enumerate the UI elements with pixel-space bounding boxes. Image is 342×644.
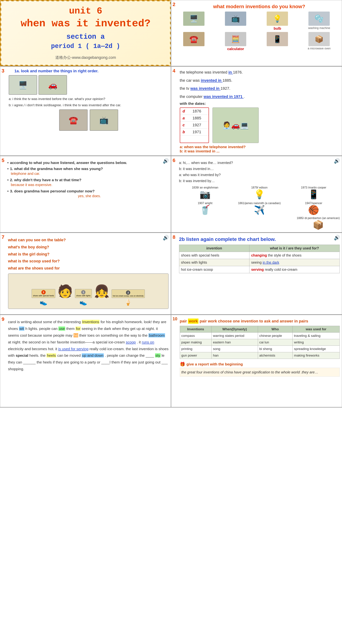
cell6-dia-3: a: who was it invented by? [179,172,340,178]
shoe-lights-icon: 👟 [80,299,87,306]
c9-t12: can be moved [57,353,82,358]
cell7-q3: what is the girl doing? [8,251,168,258]
c9-t3: h lights. people can [25,326,58,330]
scene-item-2: shoes with lights [76,294,90,297]
year-1927: 1927 [190,122,208,128]
paper-inv: paper making [180,339,212,346]
work-label: work [188,318,198,324]
num-2: 2 [126,290,130,295]
chart-row-2: shoes with lights seeing in the dark [179,259,340,266]
inventor-7-content: 1885/ dr.pemberton (an american) 📦 [297,216,340,230]
cell7-q2: what's the boy doing? [8,244,168,251]
inv-row-gunpower: gun power han alchemists making firework… [180,352,340,359]
c9-sty: sty [155,353,160,358]
chart-header: invention what is it / are they used for… [179,245,340,252]
cell-9: 9 carol is writing about some of the int… [0,315,171,407]
report-section: 🎁 give a report with the beginning the g… [180,362,340,377]
cell4-dia-a: a: when was the telephone invented? [180,145,340,149]
inv-smartphone: 📱 [258,32,298,51]
inventor-4: 1907 wright 🥤 [179,202,231,215]
cell-6-content: a: hi,… when was the… invented? b: it wa… [174,160,340,230]
cell-4: 4 the telephone was invented in 1876. th… [171,66,342,156]
c9-isusedfor: is used for serving [58,347,88,351]
shoes-lights-fill1: seeing [251,260,262,264]
dates-table: d 1876 a 1885 c 1927 [180,108,209,143]
c9-t7: at night. the second on is her favorite … [8,340,126,344]
year-1971: 1971 [190,128,208,136]
date-row-1: d 1876 [180,108,208,115]
inv-row-compass: compass warring states period chinese pe… [180,332,340,339]
website-label: 道格办公-www.daogebangong.com [55,55,116,60]
compass-when: warring states period [212,332,258,339]
cell9-text: carol is writing about some of the inter… [2,318,168,372]
speaker-icon-5: 🔊 [163,158,169,164]
cell10-title: pair work pair work choose one invention… [180,318,340,324]
inventor-3-year: 1973 /martin cooper [301,186,326,189]
scene-shoes-lights: 1 shoes with lights 👟 [75,289,92,306]
line1-rest: 1876. [233,70,243,74]
year-1885: 1885 [190,115,208,122]
line1-text: the telephone was invented [180,70,228,74]
gunpower-inv: gun power [180,352,212,359]
cell-4-num: 4 [173,68,176,74]
col-inventions: Inventions [180,326,212,332]
dialogue-a: a: i think the tv was invented before th… [9,96,168,102]
c9-t4: them [66,326,76,330]
compass-use: traveling & sailing [292,332,340,339]
report-header: 🎁 give a report with the beginning [180,362,340,367]
cell-2-num: 2 [173,2,176,7]
inv-washingmachine: 🫧 washing machine [299,12,339,30]
calculator-label: calculator [227,47,244,51]
a3-text: yes, she does. [11,194,168,198]
a1-text: telephone and car. [11,172,168,176]
printing-use: spreading knowledge [292,346,340,352]
q1-text: •1. what did the grandma have when she w… [6,167,168,171]
cell8-content: 2b listen again complete the chart below… [174,236,340,273]
letter-a: a [180,115,190,122]
line3-rest: 1927. [220,86,230,90]
boy-figure: 🧑 [58,284,73,298]
c9-heels: heels [46,353,56,358]
c9-for: for [76,326,81,330]
period-label: period 1 ( 1a—2d ) [51,43,120,50]
inv-table-header: Inventions When(Dynasty) Who was used fo… [180,326,340,332]
line2-rest: 1885. [222,78,232,82]
fill-line-1: the telephone was invented in 1876. [180,69,340,76]
inv-shoes-special: shoes with special heels [179,252,249,259]
col-when: When(Dynasty) [212,326,258,332]
line2-blank: invented in [201,78,222,82]
num-1: 1 [81,290,86,294]
cell-7-num: 7 [2,234,4,240]
letter-b: b [180,128,190,136]
inventor-3-icon: 📱 [308,189,319,200]
gunpower-when: han [212,352,258,359]
girl-figure: 👧 [94,284,110,298]
a2-text: because it was expensive. [11,183,168,187]
microwave-label: a microwave oven [308,47,331,50]
c9-use: use [58,326,65,330]
inventor-2-icon: 💡 [254,189,265,200]
washing-machine-label: washing machine [308,26,330,30]
inventor-2-year: 1879/ edison [251,186,268,189]
cell-2-title: what modern inventions do you know? [174,4,339,10]
subtitle: with the dates: [180,102,340,106]
paper-who: cai lun [258,339,292,346]
inventor-1-icon: 📷 [200,189,210,200]
year-1876: 1876 [190,108,208,115]
cell7-q4: what is the scoop used for? [8,258,168,265]
shoes-fill1: changing [251,253,267,257]
q3-text: •3. does grandma have personal computer … [6,189,168,193]
c9-t9: electricity and becomes hot. it [8,347,58,351]
c9-hit: hit [74,333,78,337]
line1-blank: in [228,70,233,74]
cell-9-num: 9 [2,316,4,322]
inventor-4-icon: 🥤 [200,205,210,215]
gunpower-who: alchemists [258,352,292,359]
date-row-4: b 1971 [180,128,208,136]
report-title: give a report with the beginning [186,362,243,366]
line4-blank: was invented in 1971 [204,94,244,99]
bulb-label: bulb [274,26,281,30]
cell-8-num: 8 [173,234,176,240]
inventor-5-year: 1861/james naismith (a canadian) [238,202,281,205]
col-who: Who [258,326,292,332]
